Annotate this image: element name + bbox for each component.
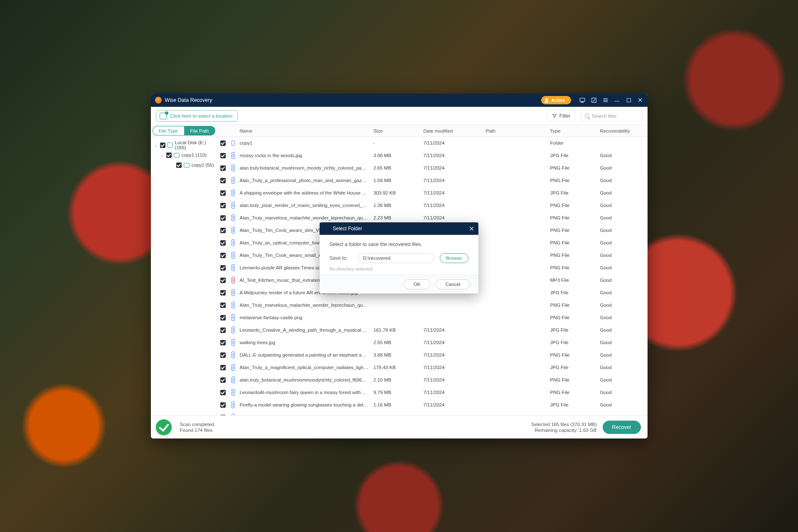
save-to-label: Save to: <box>330 255 352 261</box>
app-window: Wise Data Recovery Active ✕ Click here t… <box>151 94 648 438</box>
cancel-button[interactable]: Cancel <box>436 279 470 289</box>
dialog-titlebar: Select Folder ✕ <box>320 222 478 235</box>
dialog-prompt: Select a folder to save the recovered fi… <box>330 241 468 247</box>
ok-button[interactable]: OK <box>404 279 430 289</box>
save-path-input[interactable] <box>358 253 434 263</box>
dialog-title: Select Folder <box>333 226 362 232</box>
dialog-logo-icon <box>324 226 330 232</box>
dialog-close-button[interactable]: ✕ <box>469 225 474 233</box>
browse-button[interactable]: Browse <box>440 253 468 263</box>
dialog-note: No directory selected. <box>330 266 468 271</box>
select-folder-dialog: Select Folder ✕ Select a folder to save … <box>320 222 478 293</box>
